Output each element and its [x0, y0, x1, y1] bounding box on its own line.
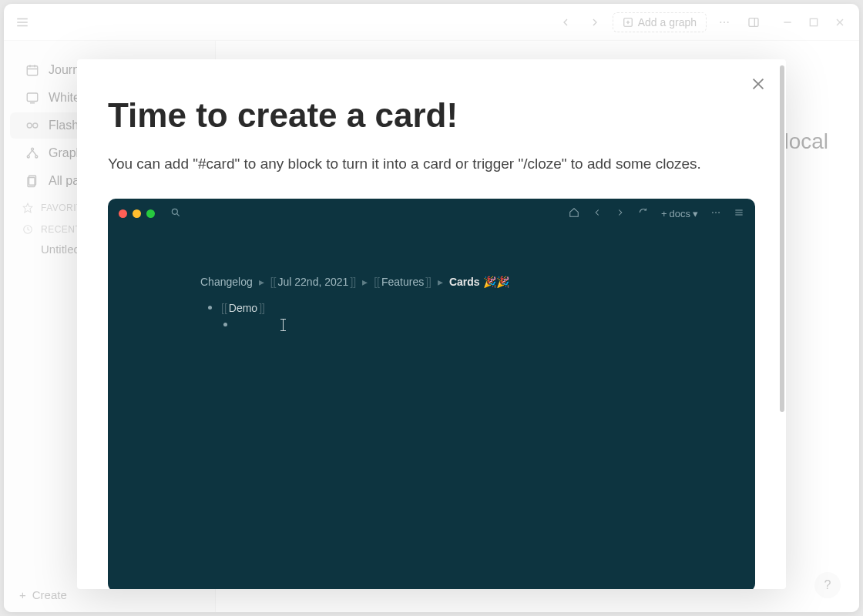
traffic-close-icon [119, 209, 127, 218]
bullet-icon [208, 306, 212, 310]
svg-point-34 [172, 209, 177, 214]
breadcrumb-item: Changelog [200, 276, 253, 288]
app-window: Add a graph Journals Whiteboards Fl [4, 4, 859, 612]
text-cursor-icon [283, 319, 284, 331]
demo-docs-button: + docs ▾ [661, 208, 698, 219]
chevron-right-icon: ▸ [362, 276, 368, 288]
demo-search-icon [170, 207, 181, 220]
demo-docs-label: docs [670, 208, 690, 219]
modal-scrollbar[interactable] [778, 59, 786, 589]
svg-point-36 [712, 212, 714, 213]
breadcrumb-item: Features [374, 276, 432, 288]
breadcrumb-item: Jul 22nd, 2021 [270, 276, 356, 288]
demo-content: Changelog ▸ Jul 22nd, 2021 ▸ Features ▸ … [108, 229, 755, 331]
svg-point-37 [715, 212, 717, 213]
demo-menu-icon [734, 207, 744, 220]
demo-refresh-icon [638, 207, 649, 220]
modal-close-button[interactable] [747, 73, 769, 95]
modal-backdrop: Time to create a card! You can add "#car… [4, 4, 859, 612]
demo-titlebar: + docs ▾ [108, 199, 755, 229]
demo-back-icon [592, 207, 603, 220]
bullet-icon [223, 323, 227, 326]
demo-home-icon [569, 207, 579, 220]
demo-traffic-lights [119, 209, 155, 218]
chevron-right-icon: ▸ [259, 276, 264, 288]
modal-title: Time to create a card! [108, 96, 755, 135]
bullet-item-empty [223, 319, 663, 331]
bullet-text: Demo [221, 302, 265, 314]
scrollbar-thumb[interactable] [780, 65, 784, 412]
modal-description: You can add "#card" to any block to turn… [108, 153, 755, 176]
demo-more-icon [710, 207, 721, 220]
chevron-right-icon: ▸ [438, 276, 443, 288]
demo-bullet-list: Demo [200, 302, 663, 331]
svg-line-35 [176, 213, 179, 216]
demo-panel: + docs ▾ Changelog ▸ Jul 22nd, 2021 ▸ Fe… [108, 199, 755, 590]
traffic-zoom-icon [146, 209, 155, 218]
close-icon [750, 75, 767, 92]
traffic-minimize-icon [133, 209, 141, 218]
breadcrumb-current: Cards 🎉🎉 [449, 276, 509, 288]
demo-forward-icon [615, 207, 626, 220]
demo-breadcrumb: Changelog ▸ Jul 22nd, 2021 ▸ Features ▸ … [200, 276, 663, 288]
bullet-item: Demo [208, 302, 663, 314]
modal: Time to create a card! You can add "#car… [77, 59, 786, 589]
svg-point-38 [718, 212, 720, 213]
